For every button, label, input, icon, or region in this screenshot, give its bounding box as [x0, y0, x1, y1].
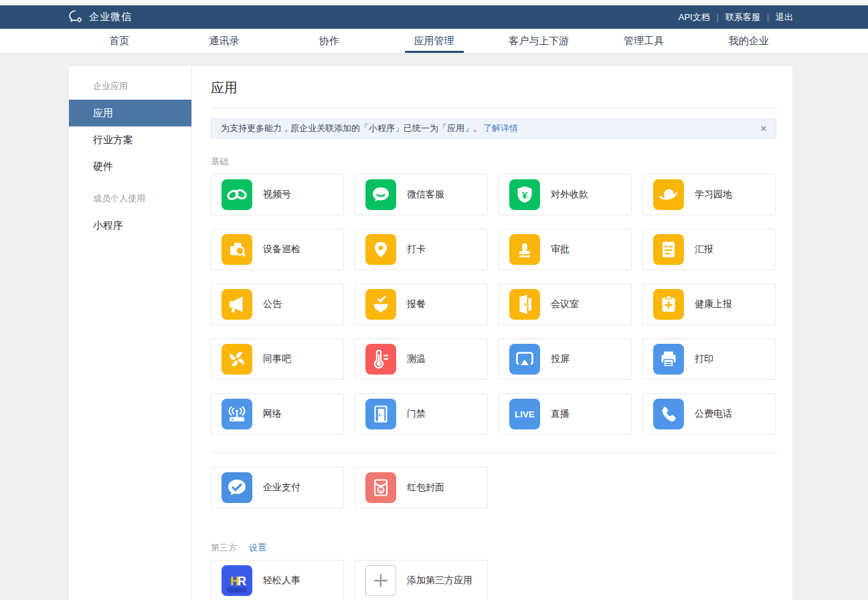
section-settings-link[interactable]: 设置	[249, 542, 266, 554]
app-name: 测温	[407, 353, 426, 365]
app-name: 学习园地	[695, 189, 732, 201]
svg-text:¥: ¥	[522, 189, 528, 201]
router-wifi-icon	[222, 399, 252, 429]
app-card-微信客服[interactable]: 微信客服	[355, 174, 488, 215]
nav-tab-首页[interactable]: 首页	[67, 29, 172, 53]
live-icon: LIVE	[509, 399, 540, 429]
app-card-企业支付[interactable]: 企业支付	[211, 467, 344, 508]
app-name: 对外收款	[551, 189, 588, 201]
app-card-投屏[interactable]: 投屏	[499, 338, 632, 380]
notice-banner: 为支持更多能力，原企业关联添加的「小程序」已统一为「应用」。了解详情 ×	[211, 118, 776, 138]
app-card-添加第三方应用[interactable]: 添加第三方应用	[355, 560, 488, 600]
device-inspect-icon	[222, 234, 252, 265]
app-card-公费电话[interactable]: 公费电话	[642, 393, 776, 435]
app-card-对外收款[interactable]: ¥对外收款	[499, 174, 632, 215]
app-card-打印[interactable]: 打印	[642, 338, 776, 380]
location-pin-icon	[365, 234, 396, 265]
nav-tab-协作[interactable]: 协作	[276, 29, 381, 53]
wecom-bubble-icon	[69, 10, 84, 24]
app-card-审批[interactable]: 审批	[499, 229, 632, 270]
app-card-测温[interactable]: 测温	[355, 338, 488, 380]
app-card-网络[interactable]: 网络	[211, 393, 344, 435]
stamp-icon	[509, 234, 540, 265]
app-name: 会议室	[551, 298, 579, 310]
app-name: 打印	[695, 353, 713, 365]
app-card-设备巡检[interactable]: 设备巡检	[211, 229, 344, 270]
nav-tab-我的企业[interactable]: 我的企业	[696, 29, 801, 53]
logo-text: 企业微信	[89, 11, 132, 23]
banner-close-icon[interactable]: ×	[761, 123, 766, 134]
app-name: 设备巡检	[263, 243, 300, 256]
app-card-红包封面[interactable]: 红包封面	[355, 467, 488, 508]
app-name: 投屏	[551, 353, 570, 365]
page-title: 应用	[211, 66, 776, 108]
section-divider	[211, 452, 776, 453]
topbar-link-2[interactable]: 联系客服	[725, 11, 760, 23]
app-card-门禁[interactable]: 门禁	[355, 393, 488, 435]
planet-icon	[653, 179, 684, 210]
nav-tab-客户与上下游[interactable]: 客户与上下游	[487, 29, 592, 53]
app-name: 健康上报	[695, 298, 732, 310]
main-panel: 应用 为支持更多能力，原企业关联添加的「小程序」已统一为「应用」。了解详情 × …	[192, 66, 792, 600]
red-packet-icon	[365, 472, 396, 503]
pay-bubble-icon	[222, 472, 252, 503]
app-name: 微信客服	[407, 189, 444, 201]
app-sections: 基础视频号微信客服¥对外收款学习园地设备巡检打卡审批汇报公告报餐会议室健康上报同…	[211, 156, 776, 600]
sidebar: 企业应用应用行业方案硬件成员个人使用小程序	[69, 66, 192, 600]
sidebar-group-header: 成员个人使用	[69, 185, 191, 212]
nav-tab-通讯录[interactable]: 通讯录	[172, 29, 277, 53]
app-name: 打卡	[407, 243, 426, 256]
main-nav: 首页通讯录协作应用管理客户与上下游管理工具我的企业	[0, 29, 868, 54]
topbar-separator: |	[767, 13, 769, 22]
app-name: 审批	[551, 243, 570, 256]
content-card: 企业应用应用行业方案硬件成员个人使用小程序 应用 为支持更多能力，原企业关联添加…	[69, 66, 792, 600]
app-logo[interactable]: 企业微信	[69, 10, 132, 24]
svg-text:LIVE: LIVE	[515, 409, 535, 419]
app-card-汇报[interactable]: 汇报	[642, 229, 776, 270]
app-name: 红包封面	[407, 482, 444, 494]
sidebar-item-小程序[interactable]: 小程序	[69, 212, 191, 239]
app-name: 直播	[551, 408, 570, 420]
section-title: 基础	[211, 156, 228, 168]
app-name: 公费电话	[695, 408, 732, 420]
door-open-icon	[509, 289, 540, 320]
app-card-学习园地[interactable]: 学习园地	[642, 174, 776, 215]
app-card-打卡[interactable]: 打卡	[355, 229, 488, 270]
app-card-公告[interactable]: 公告	[211, 284, 344, 325]
svg-text:R: R	[238, 575, 246, 588]
app-name: 网络	[263, 408, 282, 420]
topbar-link-3[interactable]: 退出	[776, 11, 793, 23]
app-card-视频号[interactable]: 视频号	[211, 174, 344, 215]
app-card-报餐[interactable]: 报餐	[355, 284, 488, 325]
phone-icon	[653, 399, 684, 429]
report-doc-icon	[653, 234, 684, 265]
app-card-健康上报[interactable]: 健康上报	[642, 284, 776, 325]
pinwheel-icon	[222, 344, 252, 375]
app-card-轻松人事[interactable]: HR轻松人事	[211, 560, 344, 600]
app-name: 添加第三方应用	[407, 575, 472, 587]
printer-icon	[653, 344, 684, 375]
thermometer-icon	[365, 344, 396, 375]
topbar-link-1[interactable]: API文档	[679, 11, 710, 23]
app-name: 报餐	[407, 298, 426, 310]
sidebar-group-header: 企业应用	[69, 73, 191, 100]
sidebar-group: 企业应用应用行业方案硬件	[69, 73, 191, 180]
app-grid: 视频号微信客服¥对外收款学习园地设备巡检打卡审批汇报公告报餐会议室健康上报同事吧…	[211, 174, 776, 435]
sidebar-item-应用[interactable]: 应用	[69, 100, 191, 126]
app-card-直播[interactable]: LIVE直播	[499, 393, 632, 435]
sidebar-item-硬件[interactable]: 硬件	[69, 153, 191, 180]
nav-tab-管理工具[interactable]: 管理工具	[592, 29, 697, 53]
app-name: 门禁	[407, 408, 426, 420]
topbar-separator: |	[717, 13, 719, 22]
section-label: 第三方设置	[211, 542, 776, 554]
screen-cast-icon	[509, 344, 540, 375]
banner-learn-more-link[interactable]: 了解详情	[483, 122, 518, 134]
clipboard-plus-icon	[653, 289, 684, 320]
plus-icon	[365, 565, 396, 596]
sidebar-item-行业方案[interactable]: 行业方案	[69, 126, 191, 153]
shield-yuan-icon: ¥	[509, 179, 540, 210]
app-card-同事吧[interactable]: 同事吧	[211, 338, 344, 380]
app-card-会议室[interactable]: 会议室	[499, 284, 632, 325]
sidebar-group: 成员个人使用小程序	[69, 185, 191, 239]
nav-tab-应用管理[interactable]: 应用管理	[381, 29, 487, 53]
